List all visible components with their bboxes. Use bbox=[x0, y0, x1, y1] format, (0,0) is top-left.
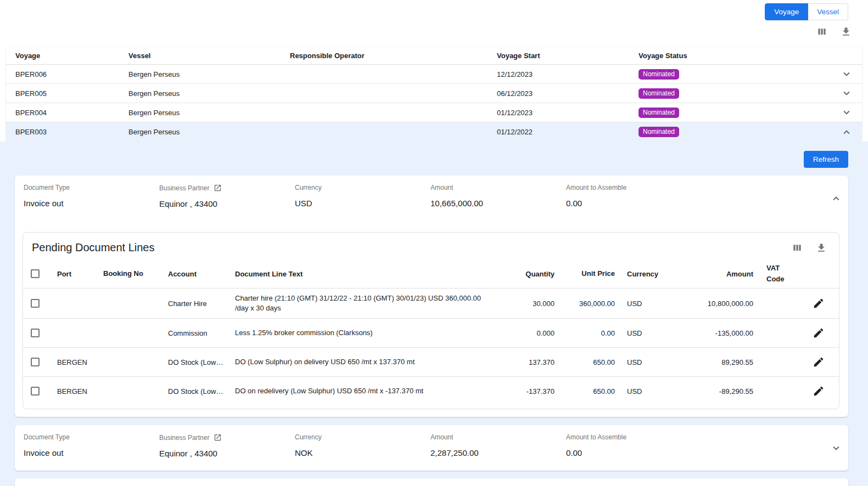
col-voyage-start: Voyage Start bbox=[497, 52, 639, 60]
voyage-start-date: 01/12/2022 bbox=[497, 128, 639, 136]
unit-price-cell: 650.00 bbox=[557, 387, 617, 395]
business-partner-value: Equinor , 43400 bbox=[159, 199, 295, 208]
expand-document-icon[interactable] bbox=[830, 442, 842, 454]
voyage-row-bper004[interactable]: BPER004 Bergen Perseus 01/12/2023 Nomina… bbox=[6, 103, 862, 122]
currency-label: Currency bbox=[295, 433, 430, 441]
currency-cell: USD bbox=[617, 358, 668, 366]
unit-price-cell: 0.00 bbox=[557, 329, 617, 337]
select-all-checkbox[interactable] bbox=[31, 269, 40, 278]
amount-value: 10,665,000.00 bbox=[430, 199, 566, 208]
amount-to-assemble-field: Amount to Assemble 0.00 bbox=[566, 184, 824, 208]
col-port: Port bbox=[57, 270, 103, 278]
voyage-table-header: Voyage Vessel Responsible Operator Voyag… bbox=[6, 47, 862, 65]
download-icon[interactable] bbox=[841, 26, 852, 37]
voyage-row-bper005[interactable]: BPER005 Bergen Perseus 06/12/2023 Nomina… bbox=[6, 84, 862, 103]
document-line-text-cell: Less 1.25% broker commission (Clarksons) bbox=[235, 328, 499, 338]
amount-to-assemble-label: Amount to Assemble bbox=[566, 433, 824, 441]
quantity-cell: 0.000 bbox=[499, 329, 557, 337]
columns-icon[interactable] bbox=[792, 242, 803, 253]
pending-lines-title: Pending Document Lines bbox=[32, 241, 154, 254]
voyage-id: BPER004 bbox=[15, 109, 128, 117]
voyage-table-toolbar bbox=[816, 26, 852, 37]
edit-icon[interactable] bbox=[813, 297, 825, 309]
document-line-text-cell: Charter hire (21:10 (GMT) 31/12/22 - 21:… bbox=[235, 293, 499, 313]
document-card-partial bbox=[15, 478, 848, 486]
pending-document-lines-panel: Pending Document Lines Port Booking No A… bbox=[23, 232, 839, 409]
download-icon[interactable] bbox=[816, 242, 827, 253]
refresh-button[interactable]: Refresh bbox=[804, 151, 848, 168]
quantity-cell: -137.370 bbox=[499, 387, 557, 395]
account-cell: DO Stock (Low… bbox=[168, 358, 235, 366]
currency-cell: USD bbox=[617, 329, 668, 337]
amount-cell: -135,000.00 bbox=[668, 329, 755, 337]
open-in-new-icon[interactable] bbox=[214, 184, 222, 192]
columns-icon[interactable] bbox=[816, 26, 827, 37]
voyage-row-bper006[interactable]: BPER006 Bergen Perseus 12/12/2023 Nomina… bbox=[6, 65, 862, 84]
edit-icon[interactable] bbox=[813, 356, 825, 368]
document-summary: Document Type Invoice out Business Partn… bbox=[15, 425, 848, 458]
voyage-start-date: 01/12/2023 bbox=[497, 109, 639, 117]
port-cell: BERGEN bbox=[57, 387, 103, 395]
voyage-id: BPER005 bbox=[15, 89, 128, 98]
col-currency: Currency bbox=[617, 270, 668, 278]
currency-label: Currency bbox=[295, 184, 430, 191]
voyage-detail-panel: Refresh Document Type Invoice out Busine… bbox=[0, 142, 868, 486]
voyage-table: Voyage Vessel Responsible Operator Voyag… bbox=[6, 47, 862, 142]
col-quantity: Quantity bbox=[499, 270, 557, 278]
amount-to-assemble-value: 0.00 bbox=[566, 199, 824, 208]
document-card-nok: Document Type Invoice out Business Partn… bbox=[15, 425, 848, 471]
row-checkbox[interactable] bbox=[31, 329, 40, 337]
quantity-cell: 137.370 bbox=[499, 358, 557, 366]
voyage-id: BPER003 bbox=[15, 128, 128, 136]
amount-label: Amount bbox=[430, 433, 566, 441]
vessel-name: Bergen Perseus bbox=[128, 109, 290, 117]
business-partner-value: Equinor , 43400 bbox=[159, 449, 295, 458]
col-document-line-text: Document Line Text bbox=[235, 270, 499, 278]
col-vessel: Vessel bbox=[128, 52, 290, 60]
currency-cell: USD bbox=[617, 387, 668, 395]
document-type-field: Document Type Invoice out bbox=[24, 184, 159, 208]
col-booking-no: Booking No bbox=[103, 268, 168, 279]
currency-cell: USD bbox=[617, 299, 668, 308]
account-cell: DO Stock (Low… bbox=[168, 387, 235, 395]
business-partner-label: Business Partner bbox=[159, 184, 209, 192]
amount-field: Amount 2,287,250.00 bbox=[430, 433, 566, 458]
account-cell: Commission bbox=[168, 329, 235, 337]
edit-icon[interactable] bbox=[813, 327, 825, 339]
document-line-row: BERGEN DO Stock (Low… DO (Low Sulphur) o… bbox=[23, 347, 839, 376]
chevron-down-icon[interactable] bbox=[841, 87, 853, 99]
chevron-up-icon[interactable] bbox=[841, 126, 853, 138]
col-vat-code: VAT Code bbox=[755, 263, 803, 285]
voyage-row-bper003[interactable]: BPER003 Bergen Perseus 01/12/2022 Nomina… bbox=[6, 122, 862, 142]
edit-icon[interactable] bbox=[813, 385, 825, 397]
document-type-value: Invoice out bbox=[24, 448, 159, 457]
pending-lines-header: Port Booking No Account Document Line Te… bbox=[23, 259, 839, 288]
col-voyage-status: Voyage Status bbox=[639, 52, 831, 60]
business-partner-label: Business Partner bbox=[159, 434, 209, 442]
document-line-text-cell: DO (Low Sulphur) on delivery USD 650 /mt… bbox=[235, 357, 499, 367]
document-line-row: BERGEN DO Stock (Low… DO on redelivery (… bbox=[23, 376, 839, 405]
unit-price-cell: 360,000.00 bbox=[557, 299, 617, 308]
quantity-cell: 30.000 bbox=[499, 299, 557, 308]
document-type-label: Document Type bbox=[24, 184, 159, 191]
document-type-label: Document Type bbox=[24, 433, 159, 441]
chevron-down-icon[interactable] bbox=[841, 106, 853, 118]
amount-cell: 89,290.55 bbox=[668, 358, 755, 366]
currency-field: Currency USD bbox=[295, 184, 430, 208]
amount-to-assemble-field: Amount to Assemble 0.00 bbox=[566, 433, 824, 458]
open-in-new-icon[interactable] bbox=[214, 433, 222, 442]
amount-cell: 10,800,000.00 bbox=[668, 299, 755, 308]
col-responsible-operator: Responsible Operator bbox=[290, 52, 497, 60]
collapse-document-icon[interactable] bbox=[830, 193, 842, 205]
amount-field: Amount 10,665,000.00 bbox=[430, 184, 566, 208]
row-checkbox[interactable] bbox=[31, 299, 40, 308]
vessel-toggle-button[interactable]: Vessel bbox=[808, 3, 848, 20]
voyage-start-date: 06/12/2023 bbox=[497, 89, 639, 98]
row-checkbox[interactable] bbox=[31, 358, 40, 366]
status-badge: Nominated bbox=[639, 88, 679, 99]
chevron-down-icon[interactable] bbox=[841, 68, 853, 80]
row-checkbox[interactable] bbox=[31, 387, 40, 395]
voyage-toggle-button[interactable]: Voyage bbox=[765, 3, 808, 20]
document-summary: Document Type Invoice out Business Partn… bbox=[15, 176, 848, 208]
unit-price-cell: 650.00 bbox=[557, 358, 617, 366]
